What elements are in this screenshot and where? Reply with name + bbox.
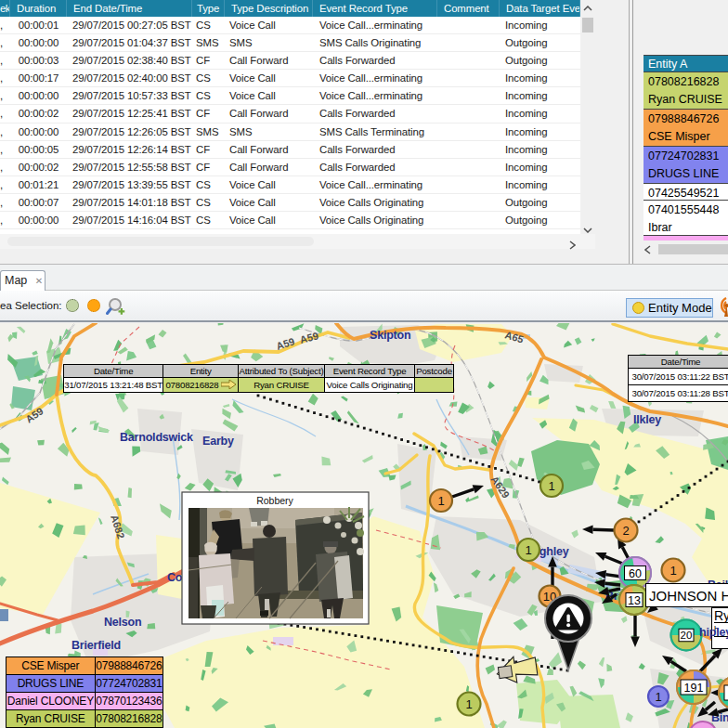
svg-text:2: 2 — [622, 524, 629, 538]
svg-text:1: 1 — [670, 564, 676, 578]
svg-text:1: 1 — [465, 697, 472, 711]
svg-text:Earby: Earby — [202, 435, 234, 448]
svg-text:1: 1 — [525, 543, 531, 557]
svg-text:Nelson: Nelson — [104, 616, 141, 629]
svg-text:1: 1 — [548, 479, 554, 493]
svg-text:Ilkley: Ilkley — [633, 413, 661, 426]
svg-text:191: 191 — [684, 682, 704, 695]
svg-text:60: 60 — [629, 567, 642, 580]
svg-text:1: 1 — [437, 494, 444, 508]
svg-text:Barnoldswick: Barnoldswick — [120, 431, 193, 444]
svg-text:20: 20 — [681, 630, 693, 641]
svg-text:Robbery: Robbery — [256, 495, 293, 506]
svg-text:Skipton: Skipton — [370, 329, 410, 342]
svg-text:1: 1 — [655, 690, 661, 704]
svg-text:Brierfield: Brierfield — [72, 639, 121, 652]
svg-text:13: 13 — [628, 594, 641, 607]
